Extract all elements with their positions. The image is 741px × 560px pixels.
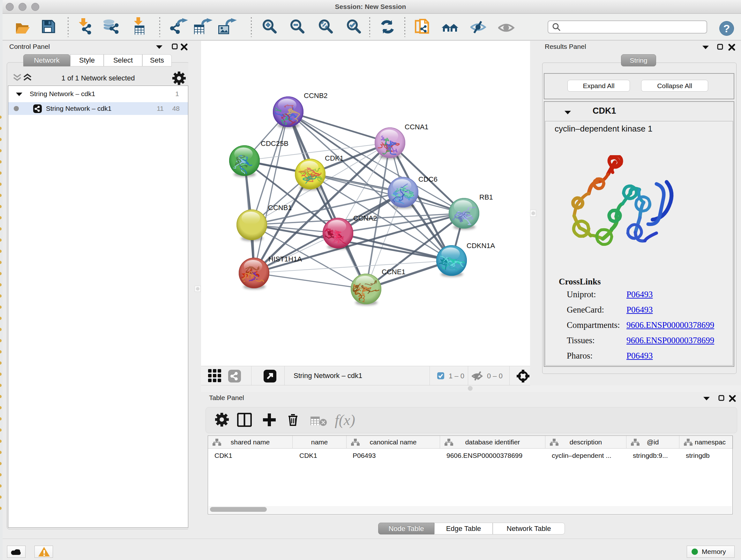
svg-text:CDK1: CDK1 xyxy=(325,154,344,162)
svg-text:CCNB1: CCNB1 xyxy=(268,204,292,212)
svg-text:CCNB2: CCNB2 xyxy=(304,91,328,100)
svg-text:f(x): f(x) xyxy=(335,412,355,428)
svg-text:CDKN1A: CDKN1A xyxy=(467,242,495,250)
svg-text:CCNA1: CCNA1 xyxy=(405,123,428,131)
svg-text:CCNE1: CCNE1 xyxy=(382,268,406,276)
svg-text:RB1: RB1 xyxy=(479,193,493,201)
svg-text:CDC6: CDC6 xyxy=(418,175,437,183)
svg-text:CCNA2: CCNA2 xyxy=(353,214,377,222)
svg-text:CDC25B: CDC25B xyxy=(261,139,288,147)
svg-text:HIST1H1A: HIST1H1A xyxy=(268,255,302,263)
